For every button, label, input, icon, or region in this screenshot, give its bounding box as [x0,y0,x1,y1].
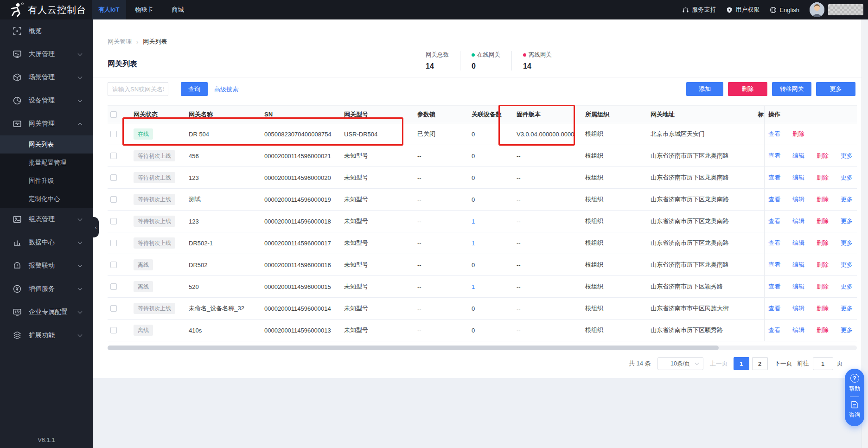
goto-label: 前往 [797,359,809,368]
page-button-2[interactable]: 2 [752,357,768,370]
sidebar-item-alarm-linkage[interactable]: 报警联动 [0,254,93,277]
action-link-3[interactable]: 查看 [768,195,780,204]
horizontal-scrollbar[interactable] [108,346,857,350]
action-delete-8[interactable]: 删除 [817,304,829,313]
sidebar-item-data-center[interactable]: 数据中心 [0,231,93,254]
row-checkbox[interactable] [110,327,117,333]
action-link-3[interactable]: 更多 [841,195,853,204]
action-link-5[interactable]: 更多 [841,239,853,247]
sidebar-item-overview[interactable]: 概览 [0,19,93,43]
action-delete-4[interactable]: 删除 [817,217,829,225]
tab-usr-iot[interactable]: 有人IoT [92,0,126,19]
user-avatar[interactable] [810,2,824,17]
action-link-8[interactable]: 编辑 [792,304,804,313]
action-link-7[interactable]: 编辑 [792,282,804,291]
consult-doc-icon[interactable] [851,401,858,409]
breadcrumb-parent[interactable]: 网关管理 [108,38,132,46]
transfer-gateway-button[interactable]: 转移网关 [772,82,811,96]
row-checkbox[interactable] [110,196,117,203]
sidebar-item-customization-center[interactable]: 定制化中心 [0,190,93,208]
row-checkbox[interactable] [110,153,117,159]
action-link-7[interactable]: 查看 [768,282,780,291]
device-count[interactable]: 1 [472,240,516,247]
consult-label[interactable]: 咨询 [849,411,860,419]
row-checkbox[interactable] [110,174,117,181]
action-delete-3[interactable]: 删除 [817,195,829,204]
username-redacted [828,4,863,15]
help-label[interactable]: 帮助 [849,385,860,393]
prev-page-button[interactable]: 上一页 [710,359,728,368]
action-link-4[interactable]: 更多 [841,217,853,225]
action-link-9[interactable]: 查看 [768,326,780,334]
action-link-5[interactable]: 查看 [768,239,780,247]
action-link-1[interactable]: 编辑 [792,152,804,160]
tab-iot-card[interactable]: 物联卡 [126,0,163,19]
sidebar-item-firmware-upgrade[interactable]: 固件升级 [0,172,93,190]
action-link-2[interactable]: 编辑 [792,173,804,182]
horizontal-scrollbar-thumb[interactable] [108,346,719,350]
page-button-1[interactable]: 1 [734,357,749,370]
sidebar-item-scene-mgmt[interactable]: 场景管理 [0,66,93,89]
sidebar-item-extensions[interactable]: 扩展功能 [0,324,93,347]
more-button[interactable]: 更多 [816,82,855,96]
action-link-7[interactable]: 更多 [841,282,853,291]
sidebar-item-gateway-mgmt[interactable]: 网关管理 [0,112,93,135]
goto-page-input[interactable] [813,357,833,370]
next-page-button[interactable]: 下一页 [774,359,792,368]
action-link-2[interactable]: 查看 [768,173,780,182]
cell-sn: 00002000114596000017 [264,240,344,247]
sidebar-item-configuration-mgmt[interactable]: 组态管理 [0,208,93,231]
advanced-search-link[interactable]: 高级搜索 [214,85,238,94]
row-checkbox[interactable] [110,283,117,290]
cell-firmware: -- [516,283,585,290]
row-checkbox[interactable] [110,240,117,246]
add-button[interactable]: 添加 [686,82,723,96]
action-link-8[interactable]: 更多 [841,304,853,313]
user-permission-link[interactable]: 用户权限 [726,6,760,14]
delete-button[interactable]: 删除 [728,82,767,96]
device-count[interactable]: 1 [472,218,516,225]
action-link-2[interactable]: 更多 [841,173,853,182]
tab-mall[interactable]: 商城 [163,0,193,19]
row-checkbox[interactable] [110,218,117,224]
action-link-5[interactable]: 编辑 [792,239,804,247]
action-delete-5[interactable]: 删除 [817,239,829,247]
sidebar-collapse-handle[interactable]: ‹ [93,217,99,237]
action-link-3[interactable]: 编辑 [792,195,804,204]
search-input[interactable] [108,82,168,96]
sidebar-item-screen-mgmt[interactable]: 大屏管理 [0,43,93,66]
service-support-link[interactable]: 服务支持 [682,6,716,14]
action-delete-1[interactable]: 删除 [817,152,829,160]
action-link-8[interactable]: 查看 [768,304,780,313]
search-button[interactable]: 查询 [181,82,208,96]
action-link-6[interactable]: 更多 [841,261,853,269]
action-link-0[interactable]: 查看 [768,130,780,138]
select-all-checkbox[interactable] [110,111,117,118]
row-checkbox[interactable] [110,262,117,268]
action-link-9[interactable]: 编辑 [792,326,804,334]
action-delete-0[interactable]: 删除 [792,130,804,138]
action-link-9[interactable]: 更多 [841,326,853,334]
cell-name: DR502 [185,262,264,269]
sidebar-item-value-added-services[interactable]: 增值服务 [0,277,93,301]
action-link-1[interactable]: 更多 [841,152,853,160]
action-delete-7[interactable]: 删除 [817,282,829,291]
action-link-6[interactable]: 编辑 [792,261,804,269]
action-delete-2[interactable]: 删除 [817,173,829,182]
row-checkbox[interactable] [110,305,117,312]
sidebar-item-enterprise-config[interactable]: 企业专属配置 [0,301,93,324]
action-link-6[interactable]: 查看 [768,261,780,269]
action-delete-9[interactable]: 删除 [817,326,829,334]
device-count[interactable]: 1 [472,283,516,290]
action-link-4[interactable]: 编辑 [792,217,804,225]
action-link-4[interactable]: 查看 [768,217,780,225]
page-size-select[interactable]: 10条/页 [657,357,703,370]
language-switch[interactable]: English [770,6,799,13]
sidebar-item-gateway-list[interactable]: 网关列表 [0,135,93,154]
row-checkbox[interactable] [110,131,117,137]
sidebar-item-device-mgmt[interactable]: 设备管理 [0,89,93,112]
action-link-1[interactable]: 查看 [768,152,780,160]
sidebar-item-batch-config[interactable]: 批量配置管理 [0,154,93,172]
action-delete-6[interactable]: 删除 [817,261,829,269]
help-question-icon[interactable]: ? [850,374,859,383]
